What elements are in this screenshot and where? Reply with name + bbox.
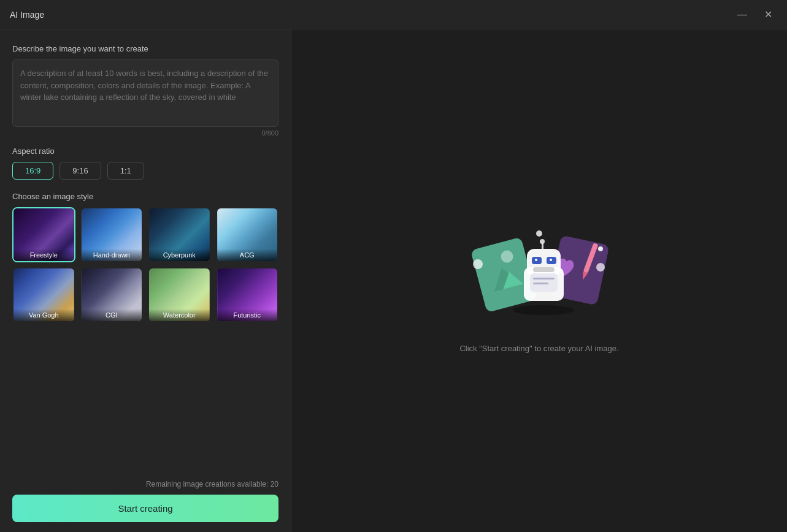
aspect-ratio-section: Aspect ratio 16:9 9:16 1:1 <box>12 146 278 180</box>
style-label-cgi: CGI <box>82 309 142 321</box>
svg-rect-23 <box>533 283 548 284</box>
aspect-btn-16-9[interactable]: 16:9 <box>12 162 53 180</box>
left-panel: Describe the image you want to create 0/… <box>0 29 291 532</box>
description-textarea[interactable] <box>12 59 278 127</box>
illustration-svg <box>459 209 619 332</box>
title-bar-controls: — ✕ <box>732 6 777 23</box>
svg-point-8 <box>596 263 605 272</box>
aspect-btn-9-16[interactable]: 9:16 <box>60 162 101 180</box>
aspect-buttons: 16:9 9:16 1:1 <box>12 162 278 180</box>
right-panel: Click "Start creating" to create your AI… <box>291 29 787 532</box>
aspect-btn-1-1[interactable]: 1:1 <box>107 162 144 180</box>
description-label: Describe the image you want to create <box>12 44 278 53</box>
close-button[interactable]: ✕ <box>759 6 777 23</box>
style-card-watercolor[interactable]: Watercolor <box>148 267 211 322</box>
svg-point-9 <box>473 259 483 269</box>
style-card-acg[interactable]: ACG <box>216 207 279 262</box>
style-section: Choose an image style Freestyle Hand-dra… <box>12 192 278 322</box>
svg-point-6 <box>536 230 542 237</box>
style-card-hand-drawn[interactable]: Hand-drawn <box>80 207 144 262</box>
svg-rect-22 <box>533 278 555 279</box>
app-title: AI Image <box>10 10 44 20</box>
main-layout: Describe the image you want to create 0/… <box>0 29 787 532</box>
svg-rect-20 <box>533 267 555 272</box>
style-card-freestyle[interactable]: Freestyle <box>12 207 75 262</box>
style-label-freestyle: Freestyle <box>13 249 74 261</box>
style-card-cyberpunk[interactable]: Cyberpunk <box>148 207 211 262</box>
svg-point-7 <box>598 246 603 251</box>
svg-point-17 <box>550 259 552 261</box>
svg-point-19 <box>540 239 545 244</box>
ai-illustration <box>459 209 619 332</box>
remaining-text: Remaining image creations available: 20 <box>12 480 278 488</box>
title-bar: AI Image — ✕ <box>0 0 787 29</box>
bottom-section: Remaining image creations available: 20 … <box>12 470 278 522</box>
style-grid: Freestyle Hand-drawn Cyberpunk ACG Van G… <box>12 207 278 322</box>
style-label-acg: ACG <box>217 249 278 261</box>
style-card-cgi[interactable]: CGI <box>80 267 144 322</box>
aspect-ratio-label: Aspect ratio <box>12 146 278 156</box>
style-label-cyberpunk: Cyberpunk <box>149 249 210 261</box>
style-card-futuristic[interactable]: Futuristic <box>216 267 279 322</box>
hint-text: Click "Start creating" to create your AI… <box>459 344 618 353</box>
style-label: Choose an image style <box>12 192 278 201</box>
style-label-futuristic: Futuristic <box>217 309 278 321</box>
start-creating-button[interactable]: Start creating <box>12 495 278 522</box>
style-card-van-gogh[interactable]: Van Gogh <box>12 267 75 322</box>
char-count: 0/800 <box>12 129 278 137</box>
style-label-hand-drawn: Hand-drawn <box>82 249 142 261</box>
style-label-watercolor: Watercolor <box>149 309 210 321</box>
svg-point-16 <box>535 259 537 261</box>
svg-point-24 <box>513 305 574 315</box>
style-label-van-gogh: Van Gogh <box>13 309 74 321</box>
minimize-button[interactable]: — <box>732 6 752 23</box>
